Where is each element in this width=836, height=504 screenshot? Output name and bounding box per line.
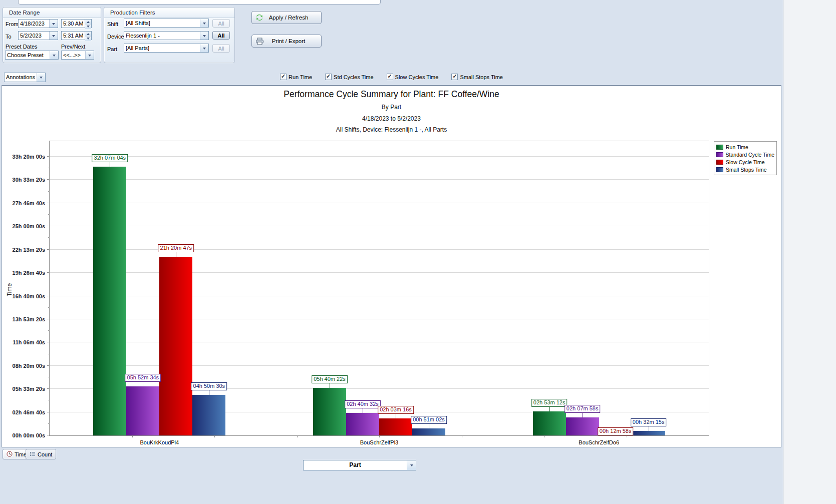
legend-label: Slow Cycle Time (726, 159, 765, 165)
bar-small-stops-time[interactable] (192, 395, 225, 435)
prev-next-select[interactable]: <<...>> (61, 51, 94, 60)
legend-item: Standard Cycle Time (716, 151, 774, 158)
prev-next-value: <<...>> (62, 51, 85, 59)
chevron-down-icon[interactable] (200, 19, 208, 27)
part-label: Part (107, 46, 117, 52)
chart-controls-row: Annotations Run Time Std Cycles Time Slo… (0, 73, 783, 84)
bar-slow-cycle-time[interactable] (379, 418, 412, 435)
small-stops-checkbox-item[interactable]: Small Stops Time (451, 74, 503, 80)
from-date-select[interactable]: 4/18/2023 (18, 19, 58, 28)
legend-label: Small Stops Time (726, 167, 767, 173)
chevron-down-icon[interactable] (407, 460, 416, 470)
y-tick-label: 13h 53m 20s (13, 316, 45, 322)
y-axis-minor-tick (48, 307, 50, 308)
y-axis-minor-tick (48, 261, 50, 261)
part-value: [All Parts] (124, 44, 200, 52)
tab-count[interactable]: Count (26, 449, 56, 459)
spinner-arrows-icon[interactable] (85, 20, 91, 28)
chevron-down-icon[interactable] (200, 44, 208, 52)
print-export-label: Print / Export (267, 38, 321, 44)
bar-run-time[interactable] (313, 388, 346, 435)
legend-swatch-icon (716, 167, 723, 172)
bar-run-time[interactable] (93, 167, 126, 435)
group-by-select[interactable]: Part (303, 460, 416, 470)
chart-subtitle-bypart: By Part (2, 104, 781, 111)
preset-dates-select[interactable]: Choose Preset (5, 51, 59, 60)
from-date-value: 4/18/2023 (19, 20, 49, 28)
spinner-arrows-icon[interactable] (85, 32, 91, 40)
y-tick-label: 00h 00m 00s (13, 432, 45, 438)
device-all-button[interactable]: All (212, 31, 230, 40)
checkbox-checked-icon[interactable] (280, 74, 287, 80)
to-date-select[interactable]: 5/2/2023 (18, 31, 58, 40)
apply-refresh-button[interactable]: Apply / Refresh (251, 11, 322, 24)
y-axis-tick (47, 226, 50, 226)
chevron-down-icon[interactable] (200, 32, 208, 40)
checkbox-checked-icon[interactable] (451, 74, 458, 80)
to-label: To (6, 34, 12, 40)
bar-value-label: 00h 51m 02s (411, 416, 447, 424)
std-cycles-checkbox-item[interactable]: Std Cycles Time (325, 74, 373, 80)
y-tick-label: 25h 00m 00s (13, 223, 45, 229)
refresh-icon (252, 14, 267, 22)
main-content-area: Date Range From 4/18/2023 5:30 AM To 5/2… (0, 0, 783, 504)
chart-title: Performance Cycle Summary for Plant: FF … (2, 89, 781, 100)
shift-all-button: All (212, 19, 230, 28)
legend-swatch-icon (716, 145, 723, 150)
chevron-down-icon[interactable] (85, 51, 94, 59)
legend-label: Run Time (726, 144, 748, 150)
bar-standard-cycle-time[interactable] (346, 413, 379, 435)
device-select[interactable]: Flessenlijn 1 - (124, 31, 209, 40)
y-tick-label: 33h 20m 00s (13, 154, 45, 160)
to-date-value: 5/2/2023 (19, 32, 49, 40)
x-axis-tick (132, 435, 133, 437)
bar-small-stops-time[interactable] (412, 428, 445, 435)
bar-run-time[interactable] (533, 411, 566, 435)
legend-item: Run Time (716, 143, 774, 151)
y-axis-tick (47, 272, 50, 273)
bar-small-stops-time[interactable] (632, 431, 665, 435)
gridline (50, 296, 709, 296)
y-axis-tick (47, 249, 50, 250)
chevron-down-icon[interactable] (49, 32, 58, 40)
checkbox-checked-icon[interactable] (325, 74, 332, 80)
device-value: Flessenlijn 1 - (124, 32, 200, 40)
x-axis-tick (297, 435, 298, 437)
slow-cycles-checkbox-item[interactable]: Slow Cycles Time (387, 74, 439, 80)
print-export-button[interactable]: Print / Export (251, 35, 322, 48)
x-axis-tick (214, 435, 215, 437)
tab-count-label: Count (38, 451, 52, 457)
bar-standard-cycle-time[interactable] (126, 386, 159, 435)
chart-legend: Run TimeStandard Cycle TimeSlow Cycle Ti… (714, 141, 777, 175)
list-icon (30, 451, 36, 458)
y-tick-label: 08h 20m 00s (13, 363, 45, 369)
y-tick-label: 22h 13m 20s (13, 247, 45, 253)
y-axis-minor-tick (48, 168, 50, 168)
to-time-spinner[interactable]: 5:31 AM (61, 31, 92, 40)
clock-icon (7, 451, 13, 458)
bar-value-label: 00h 32m 15s (631, 418, 667, 426)
x-axis-tick (379, 435, 380, 437)
top-toolbar-remnant (18, 0, 381, 5)
run-time-checkbox-item[interactable]: Run Time (280, 74, 312, 80)
shift-select[interactable]: [All Shifts] (124, 19, 209, 28)
bar-value-label: 05h 40m 22s (312, 375, 348, 383)
checkbox-checked-icon[interactable] (387, 74, 393, 80)
bar-value-label: 02h 53m 12s (531, 399, 568, 407)
part-select[interactable]: [All Parts] (124, 44, 209, 53)
device-label: Device (107, 34, 124, 40)
bar-standard-cycle-time[interactable] (566, 417, 599, 435)
category-label: BouSchrZelfDo6 (579, 439, 619, 445)
shift-value: [All Shifts] (124, 19, 200, 27)
category-label: BouKrkKoudPl4 (140, 439, 179, 445)
gridline (50, 226, 709, 226)
y-axis-minor-tick (48, 400, 50, 400)
from-time-spinner[interactable]: 5:30 AM (61, 19, 92, 28)
plot-area: 00h 00m 00s02h 46m 40s05h 33m 20s08h 20m… (49, 141, 709, 436)
bar-slow-cycle-time[interactable] (159, 257, 192, 435)
production-filters-title: Production Filters (104, 8, 234, 18)
y-tick-label: 16h 40m 00s (13, 293, 45, 299)
small-stops-checkbox-label: Small Stops Time (460, 74, 503, 80)
chevron-down-icon[interactable] (49, 20, 58, 28)
chevron-down-icon[interactable] (50, 51, 58, 59)
